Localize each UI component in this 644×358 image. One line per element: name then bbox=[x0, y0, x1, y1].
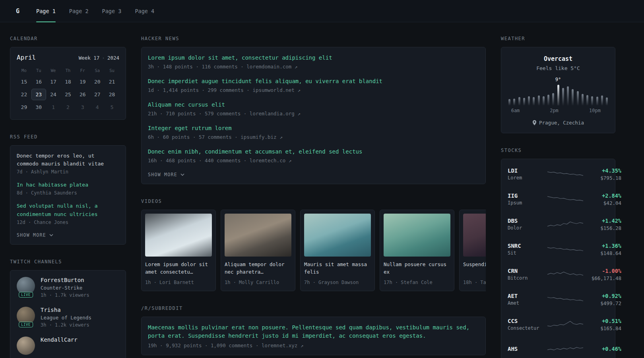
weather-time-label: 6am bbox=[511, 108, 520, 113]
stock-symbol: CRN bbox=[508, 268, 547, 274]
weather-bar bbox=[538, 95, 540, 105]
app-logo[interactable]: G bbox=[16, 8, 19, 15]
stock-row[interactable]: LDI Lorem +4.35% $795.18 bbox=[508, 161, 609, 187]
weather-temp-label: 9° bbox=[555, 77, 561, 82]
stock-row[interactable]: CRN Bitcorn -1.00% $66,171.48 bbox=[508, 262, 609, 287]
news-item-link[interactable]: Donec enim nibh, condimentum et accumsan… bbox=[148, 148, 479, 156]
tab-page-2[interactable]: Page 2 bbox=[69, 0, 89, 22]
calendar-day: 19 bbox=[75, 76, 90, 88]
news-item-link[interactable]: Aliquam nec cursus elit bbox=[148, 101, 479, 109]
video-meta: 1h · Molly Carrillo bbox=[225, 280, 291, 285]
video-card[interactable]: Nullam posuere cursus ex 17h · Stefan Co… bbox=[380, 210, 454, 291]
calendar-month: April bbox=[17, 54, 36, 61]
stock-name: Consectetur bbox=[508, 325, 547, 331]
stock-change: +2.84% bbox=[583, 193, 621, 199]
video-title[interactable]: Aliquam tempor dolor nec pharetra… bbox=[225, 261, 291, 276]
calendar-day: 1 bbox=[46, 101, 61, 113]
video-card[interactable]: Aliquam tempor dolor nec pharetra… 1h · … bbox=[221, 210, 295, 291]
stock-change: +0.51% bbox=[583, 318, 621, 324]
calendar-day-header: Th bbox=[61, 66, 76, 75]
rss-show-more-button[interactable]: SHOW MORE bbox=[17, 232, 53, 238]
video-meta: 17h · Stefan Cole bbox=[384, 280, 450, 285]
channel-name[interactable]: KendallCarr bbox=[41, 337, 78, 343]
stock-row[interactable]: SNRC Sit +1.36% $148.64 bbox=[508, 237, 609, 262]
weather-chart: 9° 6am2pm10pm bbox=[508, 77, 608, 114]
video-title[interactable]: Mauris sit amet massa felis bbox=[304, 261, 371, 276]
weather-time-label: 2pm bbox=[550, 108, 559, 113]
right-column: WEATHER Overcast Feels like 5°C 9° 6am2p… bbox=[501, 36, 615, 358]
rss-header: RSS FEED bbox=[10, 134, 126, 140]
stock-change: +0.92% bbox=[583, 293, 621, 299]
stock-row[interactable]: CCS Consectetur +0.51% $165.84 bbox=[508, 312, 609, 337]
stock-row[interactable]: DBS Dolor +1.42% $156.28 bbox=[508, 212, 609, 237]
calendar-day: 16 bbox=[31, 76, 46, 88]
twitch-channel[interactable]: KendallCarr bbox=[17, 337, 119, 355]
video-thumbnail[interactable] bbox=[463, 214, 486, 257]
stock-row[interactable]: AET Amet +0.92% $499.72 bbox=[508, 287, 609, 312]
middle-column: HACKER NEWS Lorem ipsum dolor sit amet, … bbox=[141, 36, 486, 358]
weather-bar bbox=[591, 96, 593, 105]
chevron-down-icon bbox=[49, 234, 53, 236]
hackernews-show-more-button[interactable]: SHOW MORE bbox=[148, 171, 184, 177]
channel-name[interactable]: Trisha bbox=[41, 307, 91, 313]
channel-meta: 3h · 1.2k viewers bbox=[41, 322, 91, 328]
stock-price: $795.18 bbox=[583, 175, 621, 181]
reddit-post-link[interactable]: Maecenas mollis pulvinar erat non posuer… bbox=[148, 323, 479, 340]
weather-bar bbox=[572, 89, 574, 105]
video-meta: 18h · Tara bbox=[463, 280, 486, 285]
weather-bar bbox=[508, 99, 510, 105]
news-item: Lorem ipsum dolor sit amet, consectetur … bbox=[148, 54, 479, 70]
rss-item-link[interactable]: Donec tempor eros leo, ut commodo mauris… bbox=[17, 152, 119, 168]
news-item-meta: 21h · 710 points · 579 comments · loreml… bbox=[148, 111, 479, 117]
twitch-channel[interactable]: LIVE ForrestBurton Counter-Strike 1h · 1… bbox=[17, 277, 119, 298]
video-meta: 7h · Grayson Dawson bbox=[304, 280, 371, 285]
calendar-day: 23 bbox=[31, 89, 46, 100]
calendar-widget: CALENDAR April Week 17·2024 MoTuWeThFrSa… bbox=[10, 36, 126, 120]
tab-page-4[interactable]: Page 4 bbox=[135, 0, 154, 22]
calendar-day: 18 bbox=[61, 76, 76, 88]
stock-symbol: DBS bbox=[508, 218, 547, 224]
calendar-day: 5 bbox=[105, 101, 119, 113]
calendar-day: 15 bbox=[17, 76, 31, 88]
live-badge: LIVE bbox=[19, 292, 33, 298]
stock-symbol: CCS bbox=[508, 318, 547, 324]
calendar-week-year: Week 17·2024 bbox=[79, 55, 119, 61]
rss-widget: RSS FEED Donec tempor eros leo, ut commo… bbox=[10, 134, 126, 245]
rss-item-link[interactable]: In hac habitasse platea bbox=[17, 181, 119, 189]
stocks-header: STOCKS bbox=[501, 148, 615, 153]
subreddit-card: Maecenas mollis pulvinar erat non posuer… bbox=[141, 317, 486, 355]
news-item-link[interactable]: Integer eget rutrum lorem bbox=[148, 124, 479, 132]
stock-row[interactable]: IIG Ipsum +2.84% $42.04 bbox=[508, 187, 609, 212]
twitch-channel[interactable]: LIVE Trisha League of Legends 3h · 1.2k … bbox=[17, 307, 119, 328]
video-thumbnail[interactable] bbox=[384, 214, 450, 257]
news-item-meta: 6h · 60 points · 57 comments · ipsumify.… bbox=[148, 134, 479, 140]
tab-page-1[interactable]: Page 1 bbox=[36, 0, 56, 22]
news-item-link[interactable]: Lorem ipsum dolor sit amet, consectetur … bbox=[148, 54, 479, 62]
video-thumbnail[interactable] bbox=[304, 214, 371, 257]
video-thumbnail[interactable] bbox=[225, 214, 291, 257]
rss-item-link[interactable]: Sed volutpat nulla nisl, a condimentum n… bbox=[17, 202, 119, 218]
reddit-post: Maecenas mollis pulvinar erat non posuer… bbox=[148, 323, 479, 348]
tab-page-3[interactable]: Page 3 bbox=[102, 0, 122, 22]
calendar-header: CALENDAR bbox=[10, 36, 126, 41]
video-card[interactable]: Lorem ipsum dolor sit amet consectetu… 1… bbox=[141, 210, 216, 291]
video-title[interactable]: Nullam posuere cursus ex bbox=[384, 261, 450, 276]
calendar-day: 24 bbox=[46, 89, 61, 100]
channel-name[interactable]: ForrestBurton bbox=[41, 277, 89, 283]
page-tabs: Page 1 Page 2 Page 3 Page 4 bbox=[36, 0, 154, 22]
news-item-meta: 1d · 1,414 points · 299 comments · ipsum… bbox=[148, 87, 479, 93]
stock-sparkline bbox=[547, 169, 583, 179]
video-thumbnail[interactable] bbox=[145, 214, 212, 257]
left-column: CALENDAR April Week 17·2024 MoTuWeThFrSa… bbox=[10, 36, 126, 358]
video-card[interactable]: Suspendisse diam 18h · Tara bbox=[459, 210, 486, 291]
news-item-link[interactable]: Donec imperdiet augue tincidunt felis al… bbox=[148, 77, 479, 86]
video-title[interactable]: Lorem ipsum dolor sit amet consectetu… bbox=[145, 261, 212, 276]
channel-game: League of Legends bbox=[41, 315, 91, 321]
news-item: Integer eget rutrum lorem 6h · 60 points… bbox=[148, 124, 479, 140]
stock-sparkline bbox=[547, 269, 583, 280]
video-card[interactable]: Mauris sit amet massa felis 7h · Grayson… bbox=[300, 210, 375, 291]
calendar-day: 26 bbox=[75, 89, 90, 100]
dashboard-content: CALENDAR April Week 17·2024 MoTuWeThFrSa… bbox=[0, 22, 644, 358]
stock-row[interactable]: AHS +0.46% bbox=[508, 337, 609, 358]
video-title[interactable]: Suspendisse diam bbox=[463, 261, 486, 276]
